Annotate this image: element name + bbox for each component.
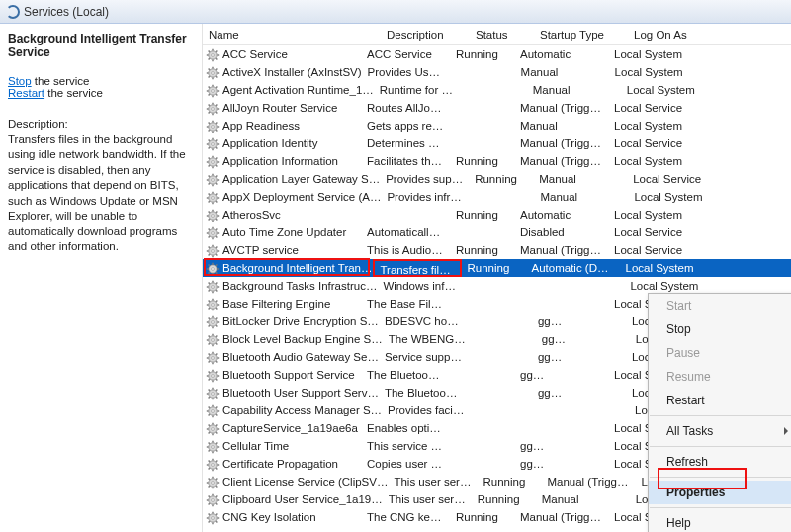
svg-line-248 <box>216 479 217 480</box>
svg-line-118 <box>216 247 217 248</box>
gear-icon <box>206 209 220 222</box>
table-row[interactable]: AVCTP service This is Audio…RunningManua… <box>203 241 791 259</box>
svg-line-36 <box>209 105 210 106</box>
selected-service-title: Background Intelligent Transfer Service <box>8 32 192 59</box>
svg-line-37 <box>216 112 217 113</box>
svg-line-268 <box>216 514 217 515</box>
cell-name: ACC Service <box>203 45 361 63</box>
svg-line-228 <box>216 443 217 444</box>
svg-point-101 <box>212 232 215 235</box>
svg-line-18 <box>216 69 217 70</box>
cell-status <box>450 134 514 152</box>
cell-startup: Manual <box>527 81 621 99</box>
svg-line-86 <box>209 194 210 195</box>
ctx-properties[interactable]: Properties <box>649 481 791 504</box>
col-logon[interactable]: Log On As <box>628 29 791 41</box>
cell-status: Running <box>472 490 536 508</box>
ctx-stop[interactable]: Stop <box>649 317 791 341</box>
cell-desc: The Bluetoo… <box>361 366 450 384</box>
ctx-separator <box>650 446 791 447</box>
svg-line-167 <box>216 343 217 344</box>
svg-line-128 <box>216 265 217 266</box>
svg-line-66 <box>209 158 210 159</box>
table-row[interactable]: Application Information Facilitates th…R… <box>203 152 791 170</box>
gear-icon <box>206 120 220 133</box>
ctx-help[interactable]: Help <box>649 511 791 532</box>
cell-name: Base Filtering Engine <box>203 295 361 312</box>
svg-line-219 <box>209 432 210 433</box>
svg-line-129 <box>209 272 210 273</box>
table-row[interactable]: AppX Deployment Service (A… Provides inf… <box>203 188 791 206</box>
svg-line-56 <box>209 140 210 141</box>
cell-startup: gg… <box>536 330 630 348</box>
svg-line-79 <box>209 183 210 184</box>
col-desc[interactable]: Description <box>381 29 470 41</box>
cell-name: Block Level Backup Engine S… <box>203 330 383 348</box>
ctx-all-tasks[interactable]: All Tasks <box>649 419 791 443</box>
ctx-refresh[interactable]: Refresh <box>649 450 791 474</box>
cell-startup: Manual <box>514 117 608 134</box>
svg-line-138 <box>216 283 217 284</box>
description-text: Transfers files in the background using … <box>8 133 192 255</box>
svg-line-176 <box>209 354 210 355</box>
cell-name: App Readiness <box>203 117 361 134</box>
gear-icon <box>206 315 220 329</box>
cell-status: Running <box>450 206 514 223</box>
table-row[interactable]: AtherosSvc RunningAutomaticLocal System <box>203 206 791 223</box>
cell-status <box>466 277 530 295</box>
cell-desc: Provides faci… <box>382 401 471 419</box>
svg-line-48 <box>216 123 217 124</box>
svg-line-237 <box>216 468 217 469</box>
table-row[interactable]: App Readiness Gets apps re…ManualLocal S… <box>203 117 791 134</box>
svg-line-226 <box>209 443 210 444</box>
ctx-resume: Resume <box>649 365 791 389</box>
ctx-separator <box>650 507 791 508</box>
table-row[interactable]: Application Identity Determines …Manual … <box>203 134 791 152</box>
svg-line-267 <box>216 521 217 522</box>
table-row[interactable]: ACC Service ACC ServiceRunningAutomaticL… <box>203 45 791 63</box>
cell-desc: Routes AllJo… <box>361 99 450 117</box>
table-row[interactable]: ActiveX Installer (AxInstSV) Provides Us… <box>203 63 791 81</box>
description-block: Description: Transfers files in the back… <box>8 117 192 255</box>
svg-line-247 <box>216 486 217 487</box>
svg-point-71 <box>212 179 215 182</box>
table-row[interactable]: Auto Time Zone Updater Automaticall…Disa… <box>203 223 791 241</box>
col-name[interactable]: Name <box>203 29 381 41</box>
table-row[interactable]: Background Intelligent Tran… Transfers f… <box>203 259 791 277</box>
cell-startup: Manual <box>533 170 627 188</box>
svg-line-186 <box>209 372 210 373</box>
svg-point-241 <box>212 482 215 485</box>
cell-name: Background Intelligent Tran… <box>203 259 373 277</box>
svg-line-127 <box>216 272 217 273</box>
col-status[interactable]: Status <box>470 29 534 41</box>
ctx-separator <box>650 415 791 416</box>
col-startup[interactable]: Startup Type <box>534 29 628 41</box>
cell-name: Clipboard User Service_1a19… <box>203 490 383 508</box>
table-row[interactable]: Agent Activation Runtime_1… Runtime for … <box>203 81 791 99</box>
gear-icon <box>206 458 220 472</box>
cell-startup: Manual (Trigg… <box>514 134 608 152</box>
cell-status: Running <box>462 259 526 277</box>
cell-desc: This user ser… <box>383 490 472 508</box>
cell-status <box>450 419 514 437</box>
restart-service-link[interactable]: Restart <box>8 87 44 99</box>
cell-desc: The CNG ke… <box>361 508 450 526</box>
gear-icon <box>206 298 220 311</box>
svg-line-189 <box>209 379 210 380</box>
cell-status: Running <box>450 152 514 170</box>
svg-point-21 <box>212 90 215 93</box>
body: Background Intelligent Transfer Service … <box>0 24 791 532</box>
svg-line-188 <box>216 372 217 373</box>
table-row[interactable]: AllJoyn Router Service Routes AllJo…Manu… <box>203 99 791 117</box>
cell-logon: Local Service <box>627 170 791 188</box>
table-row[interactable]: Application Layer Gateway S… Provides su… <box>203 170 791 188</box>
cell-startup: gg… <box>532 384 626 401</box>
svg-line-239 <box>209 468 210 469</box>
stop-service-link[interactable]: Stop <box>8 75 32 87</box>
services-window: Services (Local) Background Intelligent … <box>0 0 791 532</box>
svg-line-117 <box>216 254 217 255</box>
ctx-restart[interactable]: Restart <box>649 389 791 412</box>
svg-point-181 <box>212 375 215 378</box>
svg-line-227 <box>216 450 217 451</box>
gear-icon <box>206 226 220 240</box>
